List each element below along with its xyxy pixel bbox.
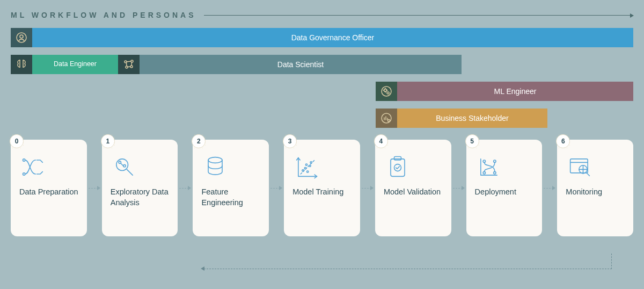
step-number: 4 xyxy=(374,134,388,148)
persona-tracks: Data Governance Officer Data Engineer Da… xyxy=(11,28,633,128)
svg-point-17 xyxy=(302,170,304,171)
workflow-step-1: 1 Exploratory Data Analysis xyxy=(102,140,178,236)
deploy-icon xyxy=(475,149,534,185)
svg-point-12 xyxy=(23,173,25,175)
step-number: 6 xyxy=(556,134,570,148)
persona-row-governance: Data Governance Officer xyxy=(11,28,633,47)
svg-point-8 xyxy=(387,92,389,94)
workflow-card: Monitoring xyxy=(557,140,633,236)
header: ML WORKFLOW AND PERSONAS xyxy=(11,11,633,19)
step-number: 3 xyxy=(283,134,297,148)
svg-point-10 xyxy=(388,120,390,122)
checklist-icon xyxy=(384,149,443,185)
workflow-step-0: 0 Data Preparation xyxy=(11,140,87,236)
step-label: Data Preparation xyxy=(19,187,78,198)
connector-arrow xyxy=(542,140,557,236)
workflow-card: Model Validation xyxy=(375,140,451,236)
workflow-card: Data Preparation xyxy=(11,140,87,236)
workflow-step-4: 4 Model Validation xyxy=(375,140,451,236)
chart-user-icon xyxy=(376,109,397,128)
persona-row-mle: ML Engineer xyxy=(11,82,633,101)
svg-point-0 xyxy=(17,33,26,42)
brain-icon xyxy=(11,55,32,74)
svg-point-19 xyxy=(306,164,308,165)
network-icon xyxy=(118,55,140,74)
persona-bar-engineer: Data Engineer xyxy=(32,55,118,74)
monitor-icon xyxy=(566,149,625,185)
workflow-row: 0 Data Preparation 1 Exploratory Data An… xyxy=(11,140,633,236)
persona-row-business: Business Stakeholder xyxy=(11,109,633,128)
persona-bar-scientist: Data Scientist xyxy=(140,55,462,74)
workflow-card: Feature Engineering xyxy=(193,140,269,236)
persona-bar-governance: Data Governance Officer xyxy=(32,28,633,47)
svg-point-16 xyxy=(208,157,222,163)
pipeline-icon xyxy=(19,149,78,185)
persona-label: Data Scientist xyxy=(277,60,324,69)
gears-icon xyxy=(376,82,397,101)
scatter-icon xyxy=(292,149,352,185)
persona-bar-mle: ML Engineer xyxy=(397,82,633,101)
svg-point-22 xyxy=(307,171,309,172)
workflow-step-2: 2 Feature Engineering xyxy=(193,140,269,236)
workflow-step-5: 5 Deployment xyxy=(466,140,543,236)
page-title: ML WORKFLOW AND PERSONAS xyxy=(11,11,196,19)
persona-label: Data Engineer xyxy=(54,61,97,68)
feedback-arrow xyxy=(204,254,612,269)
workflow-card: Deployment xyxy=(466,140,543,236)
workflow-step-6: 6 Monitoring xyxy=(557,140,633,236)
connector-arrow xyxy=(87,140,102,236)
step-label: Exploratory Data Analysis xyxy=(111,187,170,208)
svg-point-1 xyxy=(20,35,23,38)
svg-rect-24 xyxy=(394,157,401,161)
step-number: 2 xyxy=(192,134,206,148)
connector-arrow xyxy=(360,140,375,236)
svg-point-14 xyxy=(119,161,121,163)
connector-arrow xyxy=(178,140,193,236)
step-label: Deployment xyxy=(475,187,534,198)
svg-point-21 xyxy=(310,162,312,163)
database-icon xyxy=(201,149,260,185)
step-label: Model Training xyxy=(292,187,352,198)
connector-arrow xyxy=(451,140,466,236)
step-label: Monitoring xyxy=(566,187,625,198)
workflow-step-3: 3 Model Training xyxy=(284,140,360,236)
persona-label: Data Governance Officer xyxy=(291,33,375,42)
connector-arrow xyxy=(269,140,284,236)
persona-label: ML Engineer xyxy=(494,87,537,96)
workflow-card: Model Training xyxy=(284,140,360,236)
persona-bar-business: Business Stakeholder xyxy=(397,109,547,128)
header-arrow xyxy=(204,15,633,16)
svg-point-20 xyxy=(309,165,311,167)
svg-point-18 xyxy=(304,168,306,169)
analysis-icon xyxy=(111,149,170,185)
governance-icon xyxy=(11,28,32,47)
step-number: 0 xyxy=(10,134,24,148)
step-number: 1 xyxy=(101,134,115,148)
workflow-card: Exploratory Data Analysis xyxy=(102,140,178,236)
persona-label: Business Stakeholder xyxy=(436,114,508,122)
svg-point-11 xyxy=(23,159,25,161)
step-label: Feature Engineering xyxy=(201,187,260,208)
step-number: 5 xyxy=(465,134,479,148)
step-label: Model Validation xyxy=(384,187,443,198)
diagram-root: ML WORKFLOW AND PERSONAS Data Governance… xyxy=(0,0,644,289)
persona-row-eng-sci: Data Engineer Data Scientist xyxy=(11,55,633,74)
